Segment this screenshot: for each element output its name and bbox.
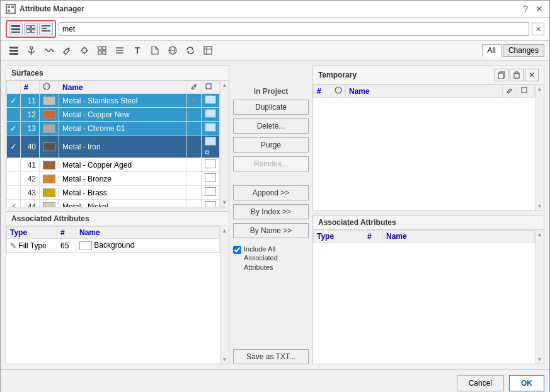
row-name: Metal - Brass (59, 186, 187, 200)
assoc-right-col-name: Name (383, 231, 535, 243)
row-edit-icon (187, 172, 202, 186)
svg-marker-41 (192, 98, 196, 102)
toolbar-wave-btn[interactable] (41, 43, 57, 58)
view-mode-detail-button[interactable] (39, 23, 53, 35)
left-panel: Surfaces # Name (6, 66, 229, 364)
assoc-attrs-left-body[interactable]: Type # Name ✎ Fill Type (6, 226, 220, 364)
row-check (7, 186, 21, 200)
temp-scrollbar[interactable]: ▲ ▼ (535, 84, 544, 210)
reindex-button[interactable]: Reindex... (233, 156, 309, 171)
toolbar-layers-btn[interactable] (6, 43, 22, 58)
row-check (7, 108, 21, 122)
row-num: 12 (21, 108, 40, 122)
by-index-button[interactable]: By Index >> (233, 204, 309, 219)
svg-rect-28 (103, 51, 106, 54)
surface-row[interactable]: ✓13Metal - Chrome 01 (7, 122, 220, 135)
svg-rect-11 (42, 25, 50, 26)
by-name-button[interactable]: By Name >> (233, 223, 309, 238)
svg-point-18 (30, 47, 33, 49)
assoc-left-scrollbar[interactable]: ▲ ▼ (220, 226, 229, 364)
surface-row[interactable]: 41Metal - Copper Aged (7, 158, 220, 172)
surfaces-scrollbar[interactable]: ▲ ▼ (220, 81, 229, 207)
svg-rect-16 (9, 50, 18, 52)
include-all-row: Include AllAssociatedAttributes (233, 245, 309, 272)
tab-changes[interactable]: Changes (503, 44, 544, 57)
toolbar-text-btn[interactable]: T (129, 43, 146, 58)
temp-col-edit (503, 85, 517, 98)
search-bar: ✕ (1, 18, 549, 41)
temporary-header-buttons: ✕ (495, 69, 539, 81)
row-name: Metal - Stainless Steel (59, 94, 187, 108)
temp-close-btn[interactable]: ✕ (525, 69, 539, 81)
ok-button[interactable]: OK (509, 375, 544, 391)
svg-point-39 (45, 83, 49, 89)
toolbar-tool-btn[interactable] (76, 43, 93, 58)
help-button[interactable]: ? (522, 4, 529, 14)
row-square (202, 122, 220, 135)
fill-color-swatch (79, 241, 92, 250)
toolbar-lines-btn[interactable] (112, 43, 128, 58)
row-edit-icon (187, 135, 202, 158)
surface-row[interactable]: 42Metal - Bronze (7, 172, 220, 186)
svg-rect-1 (8, 6, 10, 8)
purge-button[interactable]: Purge (233, 137, 309, 153)
associated-attrs-left: Associated Attributes Type # Name (6, 211, 229, 364)
svg-rect-43 (498, 73, 503, 79)
assoc-type-cell: ✎ Fill Type (7, 239, 57, 253)
row-square (202, 186, 220, 200)
row-num: 41 (21, 158, 40, 172)
view-mode-grid-button[interactable] (24, 23, 38, 35)
window-title: Attribute Manager (20, 4, 84, 13)
main-content: Surfaces # Name (1, 61, 549, 369)
search-input[interactable] (59, 22, 529, 36)
include-all-label: Include AllAssociatedAttributes (244, 245, 278, 272)
col-sphere (40, 81, 59, 94)
svg-rect-6 (11, 32, 20, 33)
row-edit-icon (187, 200, 202, 207)
row-check: ✓ (7, 122, 21, 135)
surface-row[interactable]: ✓11Metal - Stainless Steel (7, 94, 220, 108)
include-all-checkbox[interactable] (233, 246, 241, 254)
temp-col-name: Name (346, 85, 503, 98)
svg-rect-27 (98, 51, 101, 54)
row-sphere-icon (40, 94, 59, 108)
temp-copy-btn[interactable] (495, 69, 508, 81)
row-sphere-icon (40, 200, 59, 207)
toolbar-grid-btn[interactable] (94, 43, 110, 58)
temporary-table-container[interactable]: # Name (313, 84, 535, 210)
surface-row[interactable]: ✓44Metal - Nickel (7, 200, 220, 207)
toolbar-refresh-btn[interactable] (182, 43, 198, 58)
temp-paste-btn[interactable] (510, 69, 524, 81)
title-bar-controls: ? ✕ (522, 4, 544, 14)
row-edit-icon (187, 158, 202, 172)
toolbar-edit-btn[interactable] (59, 43, 75, 58)
attribute-manager-window: Attribute Manager ? ✕ (0, 0, 550, 392)
cancel-button[interactable]: Cancel (457, 375, 504, 391)
surface-row[interactable]: ✓40Metal - Iron⧉ (7, 135, 220, 158)
svg-rect-40 (206, 84, 211, 89)
row-sphere-icon (40, 108, 59, 122)
close-window-button[interactable]: ✕ (534, 4, 544, 14)
row-square: ⧉ (202, 135, 220, 158)
row-num: 11 (21, 94, 40, 108)
assoc-attrs-right-body[interactable]: Type # Name (313, 230, 535, 364)
delete-button[interactable]: Delete... (233, 118, 309, 134)
toolbar-anchor-btn[interactable] (23, 43, 40, 58)
toolbar-file-btn[interactable] (147, 43, 163, 58)
duplicate-button[interactable]: Duplicate (233, 100, 309, 115)
surface-row[interactable]: 43Metal - Brass (7, 186, 220, 200)
toolbar-table-btn[interactable] (200, 43, 216, 58)
tab-all[interactable]: All (482, 44, 501, 57)
toolbar-globe-btn[interactable] (164, 43, 181, 58)
svg-rect-15 (9, 47, 18, 49)
surface-row[interactable]: 12Metal - Copper New (7, 108, 220, 122)
search-clear-button[interactable]: ✕ (532, 23, 544, 35)
row-name: Metal - Chrome 01 (59, 122, 187, 135)
save-as-txt-button[interactable]: Save as TXT... (233, 349, 309, 364)
surfaces-table-container[interactable]: # Name (6, 81, 220, 207)
view-mode-list-button[interactable] (9, 23, 23, 35)
row-square (202, 108, 220, 122)
row-num: 40 (21, 135, 40, 158)
append-button[interactable]: Append >> (233, 185, 309, 200)
assoc-right-scrollbar[interactable]: ▲ ▼ (535, 230, 544, 364)
